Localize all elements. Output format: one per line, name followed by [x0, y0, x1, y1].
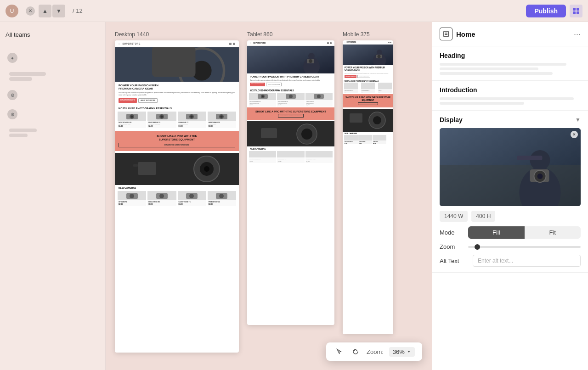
- svg-point-49: [317, 95, 321, 98]
- svg-point-6: [197, 61, 217, 82]
- refresh-tool[interactable]: [350, 346, 361, 357]
- svg-rect-27: [138, 162, 156, 175]
- zoom-slider[interactable]: [468, 246, 581, 248]
- mobile-label: Mobile 375: [343, 31, 393, 38]
- product-img-2: [147, 112, 176, 121]
- desktop-nav-icons: [229, 43, 235, 45]
- svg-rect-38: [247, 46, 334, 73]
- product-img-4: [208, 112, 236, 121]
- width-field[interactable]: 1440 W: [440, 211, 468, 222]
- panel-header: Home ···: [432, 22, 588, 46]
- svg-point-7: [203, 56, 211, 64]
- tablet-frame-container: Tablet 860 □ SUPERSTORE: [247, 31, 334, 325]
- grid-view-icon[interactable]: [570, 5, 582, 17]
- menu-icon: [233, 43, 235, 45]
- mode-row: Mode Fill Fit: [440, 226, 581, 239]
- panel-intro-title: Introduction: [440, 86, 581, 94]
- mobile-nav: □ SUPERSTORE: [343, 40, 393, 45]
- page-icon: [440, 28, 452, 40]
- heading-placeholder: [440, 63, 581, 75]
- alt-text-input[interactable]: Enter alt text...: [473, 255, 581, 267]
- svg-point-57: [377, 50, 382, 55]
- zoom-slider-label: Zoom: [440, 243, 463, 250]
- svg-rect-2: [573, 11, 576, 14]
- user-avatar[interactable]: U: [6, 5, 18, 17]
- mode-fill-option[interactable]: Fill: [468, 226, 525, 239]
- preview-close-icon[interactable]: ✕: [571, 131, 578, 138]
- svg-rect-63: [350, 113, 362, 123]
- product-img-1: [118, 112, 146, 121]
- zoom-thumb[interactable]: [475, 244, 480, 250]
- intro-placeholder: [440, 97, 581, 105]
- svg-point-9: [204, 64, 209, 70]
- zoom-percentage: 36%: [393, 348, 405, 355]
- product-img-3: [178, 112, 206, 121]
- height-field[interactable]: 400 H: [471, 211, 495, 222]
- all-teams-label[interactable]: All teams: [6, 29, 100, 40]
- sidebar-icon-2[interactable]: ⚙: [7, 90, 17, 100]
- panel-more-button[interactable]: ···: [574, 29, 581, 39]
- svg-point-30: [130, 194, 134, 198]
- desktop-frame[interactable]: □ SUPERSTORE: [115, 40, 239, 353]
- desktop-hero-image: [115, 47, 239, 82]
- svg-point-40: [308, 53, 315, 59]
- svg-rect-3: [577, 11, 579, 14]
- sidebar-icon-1[interactable]: ●: [7, 53, 17, 63]
- page-info: / 12: [73, 7, 83, 14]
- svg-rect-50: [247, 121, 334, 146]
- desktop-hero-btns: EXPLORE PRODUCTS ABOUT SUPERSTORE: [119, 98, 235, 103]
- mobile-frame[interactable]: □ SUPERSTORE: [343, 40, 393, 334]
- mode-toggle[interactable]: Fill Fit: [468, 226, 581, 239]
- sidebar-icons: ● ⚙ ⚙: [6, 53, 100, 137]
- explore-btn[interactable]: EXPLORE PRODUCTS: [119, 98, 137, 103]
- pointer-tool[interactable]: [334, 346, 345, 357]
- nav-logo-icon: □: [119, 43, 119, 45]
- svg-point-16: [160, 116, 163, 118]
- svg-point-47: [289, 95, 293, 98]
- prev-button[interactable]: ▲: [39, 5, 51, 17]
- mode-label: Mode: [440, 229, 463, 236]
- product-card-4: APERTURA FX10 Superior clarity $3,799: [208, 112, 236, 128]
- svg-point-62: [373, 116, 381, 124]
- alt-text-row: Alt Text Enter alt text...: [440, 255, 581, 267]
- new-camera-2: PIXELFORGE M8 $1,899: [147, 191, 176, 206]
- sidebar-icon-3[interactable]: ⚙: [7, 109, 17, 119]
- new-camera-1: OPTIMAX R1 $2,199: [118, 191, 146, 206]
- desktop-hero-desc: Discover top-tier camera equipment desig…: [119, 92, 235, 96]
- product-card-3: LUMACORE Z7 Limitless precision $1,999: [178, 112, 206, 128]
- desktop-logo: SUPERSTORE: [122, 42, 227, 45]
- dimensions-row: 1440 W 400 H: [440, 211, 581, 222]
- about-btn[interactable]: ABOUT SUPERSTORE: [138, 98, 158, 103]
- close-button[interactable]: ✕: [26, 6, 35, 16]
- publish-button[interactable]: Publish: [526, 5, 566, 17]
- display-section-title: Display: [440, 116, 463, 123]
- svg-point-74: [537, 174, 543, 179]
- panel-heading-title: Heading: [440, 52, 581, 59]
- tablet-label: Tablet 860: [247, 31, 334, 38]
- zoom-label: Zoom:: [367, 348, 384, 355]
- zoom-row: Zoom: [440, 243, 581, 250]
- desktop-new-cameras-title: NEW CAMERAS: [115, 185, 239, 190]
- display-section-header[interactable]: Display ▼: [440, 116, 581, 123]
- alt-text-label: Alt Text: [440, 258, 467, 264]
- new-camera-3: CLARITYEDGE TC $3,299: [178, 191, 206, 206]
- main-canvas: Desktop 1440 □ SUPERSTORE: [106, 22, 432, 370]
- mode-fit-option[interactable]: Fit: [525, 226, 581, 239]
- zoom-value-selector[interactable]: 36%: [389, 347, 415, 357]
- preview-inner: ✕: [440, 128, 581, 206]
- desktop-cta-btn[interactable]: EXPLORE THE SUPERSTORE BRAND: [119, 143, 235, 147]
- next-button[interactable]: ▼: [52, 5, 65, 17]
- svg-point-26: [204, 166, 209, 172]
- product-card-2: PHOTONEDGE V5 Unmatched sharpness $2,499: [147, 112, 176, 128]
- svg-rect-4: [115, 47, 239, 82]
- svg-point-42: [309, 59, 312, 63]
- mobile-frame-container: Mobile 375 □ SUPERSTORE: [343, 31, 393, 334]
- canvas-toolbar: Zoom: 36%: [326, 342, 422, 361]
- svg-point-36: [219, 194, 224, 198]
- panel-heading-section: Heading: [432, 46, 588, 81]
- desktop-cta: SHOOT LIKE A PRO WITH THESUPERSTORE EQUI…: [115, 131, 239, 151]
- panel-display-section: Display ▼: [432, 111, 588, 273]
- svg-point-32: [159, 194, 164, 198]
- tablet-frame[interactable]: □ SUPERSTORE: [247, 40, 334, 325]
- svg-point-10: [205, 66, 208, 68]
